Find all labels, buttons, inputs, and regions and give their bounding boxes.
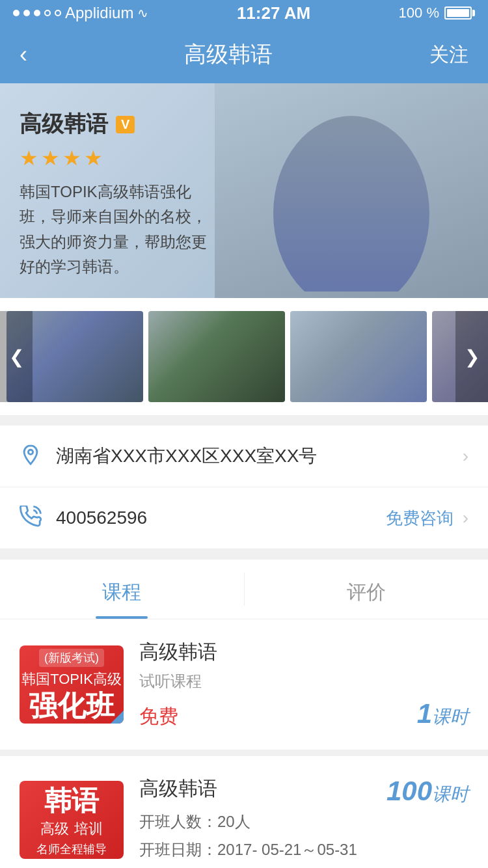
location-chevron: › — [463, 446, 468, 467]
course-thumb-1-tag: (新版考试) — [39, 649, 104, 667]
signal-dot-5 — [55, 10, 61, 16]
course-price-1: 免费 — [139, 703, 178, 730]
signal-dot-4 — [44, 10, 51, 16]
location-row[interactable]: 湖南省XXX市XXX区XXX室XX号 › — [0, 426, 488, 487]
phone-icon — [20, 506, 46, 530]
phone-text: 400562596 — [56, 508, 386, 528]
phone-action[interactable]: 免费咨询 › — [386, 507, 468, 530]
status-time: 11:27 AM — [237, 3, 310, 23]
tabs-section: 课程 评价 — [0, 560, 488, 619]
course-hours-num-2: 100 — [386, 776, 432, 806]
battery-icon — [444, 7, 475, 20]
course-name-2: 高级韩语 — [139, 776, 217, 802]
hero-title: 高级韩语 — [20, 109, 108, 139]
course-list: (新版考试) 韩国TOPIK高级 强化班 高级韩语 试听课程 免费 1课时 韩语… — [0, 619, 488, 868]
signal-dot-1 — [13, 10, 20, 16]
photo-gallery: ❮ ❯ — [0, 298, 488, 415]
star-2: ★ — [41, 146, 60, 170]
carrier-name: Applidium — [65, 4, 133, 22]
hero-banner: 高级韩语 V ★ ★ ★ ★ 韩国TOPIK高级韩语强化班，导师来自国外的名校，… — [0, 83, 488, 298]
hero-content: 高级韩语 V ★ ★ ★ ★ 韩国TOPIK高级韩语强化班，导师来自国外的名校，… — [20, 109, 215, 280]
gallery-image-2 — [148, 311, 285, 402]
course-detail-2: 开班日期：2017- 05-21～05-31 — [139, 835, 468, 863]
course-thumb-2-mid2: 培训 — [74, 819, 103, 839]
hero-description: 韩国TOPIK高级韩语强化班，导师来自国外的名校，强大的师资力量，帮助您更好的学… — [20, 180, 215, 280]
gallery-right-arrow[interactable]: ❯ — [455, 311, 488, 402]
consult-button[interactable]: 免费咨询 — [386, 507, 454, 530]
course-item-1[interactable]: (新版考试) 韩国TOPIK高级 强化班 高级韩语 试听课程 免费 1课时 — [0, 619, 488, 756]
course-info-1: 高级韩语 试听课程 免费 1课时 — [139, 639, 468, 730]
course-thumb-1-main: 强化班 — [29, 692, 115, 720]
course-hours-num-1: 1 — [417, 698, 432, 729]
follow-button[interactable]: 关注 — [429, 42, 468, 68]
gallery-item-3[interactable] — [290, 311, 427, 402]
course-item-2[interactable]: 韩语 高级 培训 名师全程辅导 高级韩语 100课时 开班人数：20人 开班日期… — [0, 756, 488, 868]
course-subtitle-1: 试听课程 — [139, 671, 468, 692]
battery-percent: 100 % — [399, 5, 439, 21]
signal-dot-3 — [34, 10, 40, 16]
course-thumb-1-subtitle: 韩国TOPIK高级 — [21, 670, 122, 689]
corner-decoration — [111, 711, 124, 724]
course-name-1: 高级韩语 — [139, 639, 468, 666]
course-thumb-1: (新版考试) 韩国TOPIK高级 强化班 — [20, 645, 124, 724]
gallery-items — [0, 311, 488, 402]
star-4: ★ — [84, 146, 103, 170]
signal-dot-2 — [23, 10, 30, 16]
svg-point-0 — [28, 450, 33, 454]
star-1: ★ — [20, 146, 38, 170]
status-battery: 100 % — [399, 5, 475, 21]
course-thumb-2: 韩语 高级 培训 名师全程辅导 — [20, 781, 124, 859]
course-thumb-2-big: 韩语 — [44, 783, 99, 819]
nav-bar: ‹ 高级韩语 关注 — [0, 26, 488, 83]
status-carrier: Applidium ∿ — [13, 4, 148, 22]
location-icon — [20, 444, 46, 468]
course-thumb-2-small: 名师全程辅导 — [36, 841, 107, 857]
gallery-item-2[interactable] — [148, 311, 285, 402]
course-hours-1: 1课时 — [417, 698, 468, 729]
course-info-2: 高级韩语 100课时 开班人数：20人 开班日期：2017- 05-21～05-… — [139, 776, 468, 863]
course-detail-1: 开班人数：20人 — [139, 807, 468, 835]
course-hours-2: 100课时 — [386, 776, 468, 807]
page-title: 高级韩语 — [184, 40, 273, 70]
location-text: 湖南省XXX市XXX区XXX室XX号 — [56, 444, 457, 468]
wifi-icon: ∿ — [137, 5, 148, 21]
star-3: ★ — [62, 146, 81, 170]
status-bar: Applidium ∿ 11:27 AM 100 % — [0, 0, 488, 26]
course-thumb-2-mid1: 高级 — [40, 819, 69, 839]
gallery-left-arrow[interactable]: ❮ — [0, 311, 33, 402]
phone-chevron: › — [463, 508, 468, 528]
hero-stars: ★ ★ ★ ★ — [20, 146, 215, 170]
gallery-image-3 — [290, 311, 427, 402]
phone-row[interactable]: 400562596 免费咨询 › — [0, 487, 488, 549]
tab-courses[interactable]: 课程 — [0, 560, 244, 619]
tab-reviews[interactable]: 评价 — [245, 560, 489, 619]
hero-badge: V — [116, 116, 135, 133]
back-button[interactable]: ‹ — [20, 41, 27, 68]
info-section: 湖南省XXX市XXX区XXX室XX号 › 400562596 免费咨询 › — [0, 426, 488, 549]
